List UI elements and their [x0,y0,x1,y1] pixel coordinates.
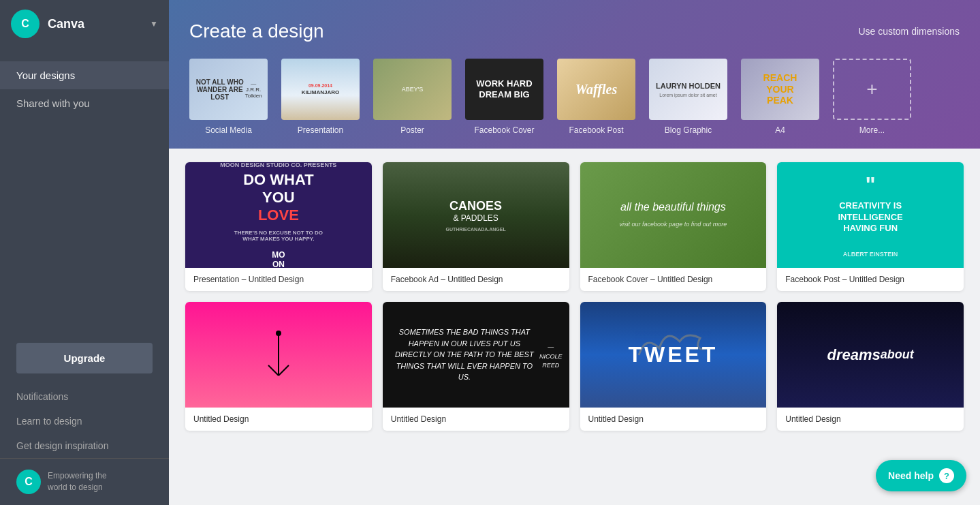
upgrade-button[interactable]: Upgrade [16,343,153,373]
sidebar-brand-name: Canva [48,17,150,31]
design-thumb-facebook-cover: all the beautiful things visit our faceb… [580,162,767,268]
template-presentation-label: Presentation [298,125,343,135]
sidebar-item-shared-with-you[interactable]: Shared with you [0,89,169,117]
designs-grid: MOON DESIGN STUDIO CO. PRESENTS DO WHATY… [185,162,964,431]
template-facebook-cover-thumb: WORK HARDDREAM BIG [465,59,543,120]
template-facebook-post-label: Facebook Post [569,125,623,135]
design-card-label-4: Facebook Post – Untitled Design [777,268,964,291]
design-card-label-6: Untitled Design [383,408,569,431]
design-card-label: Presentation – Untitled Design [185,268,372,291]
sidebar: C Canva ▼ Your designs Shared with you U… [0,0,169,505]
page-title: Create a design [189,20,324,42]
template-facebook-cover-label: Facebook Cover [474,125,534,135]
sidebar-nav: Your designs Shared with you [0,48,169,332]
template-social-media-label: Social Media [205,125,252,135]
design-card-facebook-cover[interactable]: all the beautiful things visit our faceb… [580,162,767,291]
design-thumb-tweet: TWEET [580,302,767,408]
chevron-down-icon[interactable]: ▼ [150,19,158,29]
sidebar-link-notifications[interactable]: Notifications [0,384,169,409]
template-more-label: More... [859,125,885,135]
design-card-dreams[interactable]: dreams about Untitled Design [777,302,964,431]
template-blog-graphic-thumb: LAURYN HOLDEN Lorem ipsum dolor sit amet [649,59,727,120]
design-card-label-3: Facebook Cover – Untitled Design [580,268,767,291]
design-card-facebook-ad[interactable]: CANOES& PADDLES GUTHRIECANADA.ANGEL Face… [383,162,569,291]
design-thumb-presentation: MOON DESIGN STUDIO CO. PRESENTS DO WHATY… [185,162,372,268]
sidebar-footer-text: Empowering the world to design [48,470,107,493]
template-row: NOT ALL WHO WANDER ARE LOST— J.R.R. Tolk… [189,59,960,149]
template-social-media-thumb: NOT ALL WHO WANDER ARE LOST— J.R.R. Tolk… [189,59,268,120]
design-card-label-5: Untitled Design [185,408,372,431]
design-card-label-8: Untitled Design [777,408,964,431]
custom-dimensions-button[interactable]: Use custom dimensions [858,26,960,37]
template-presentation-thumb: 09.09.2014 KILIMANJARO [281,59,360,120]
template-more[interactable]: + More... [833,59,911,135]
design-card-label-2: Facebook Ad – Untitled Design [383,268,569,291]
canva-logo-icon: C [11,10,39,38]
help-button[interactable]: Need help ? [876,460,966,491]
template-facebook-post-thumb: Waffles [557,59,635,120]
sidebar-link-get-design-inspiration[interactable]: Get design inspiration [0,433,169,458]
design-thumb-facebook-post: " CREATIVITY ISINTELLIGENCEHAVING FUN AL… [777,162,964,268]
design-thumb-facebook-ad: CANOES& PADDLES GUTHRIECANADA.ANGEL [383,162,569,268]
svg-line-2 [279,365,289,376]
template-social-media[interactable]: NOT ALL WHO WANDER ARE LOST— J.R.R. Tolk… [189,59,268,135]
design-thumb-pink-poster [185,302,372,408]
template-blog-graphic-label: Blog Graphic [665,125,712,135]
sidebar-item-your-designs[interactable]: Your designs [0,61,169,89]
banner-header: Create a design Use custom dimensions [189,20,960,42]
design-thumb-quote-poster: SOMETIMES THE BAD THINGS THAT HAPPEN IN … [383,302,569,408]
canva-footer-logo-icon: C [16,470,41,494]
help-label: Need help [888,470,934,481]
design-card-facebook-post[interactable]: " CREATIVITY ISINTELLIGENCEHAVING FUN AL… [777,162,964,291]
template-presentation[interactable]: 09.09.2014 KILIMANJARO Presentation [281,59,360,135]
template-facebook-post[interactable]: Waffles Facebook Post [557,59,635,135]
designs-section: MOON DESIGN STUDIO CO. PRESENTS DO WHATY… [169,149,980,505]
sidebar-link-learn-to-design[interactable]: Learn to design [0,409,169,433]
template-blog-graphic[interactable]: LAURYN HOLDEN Lorem ipsum dolor sit amet… [649,59,727,135]
help-icon: ? [939,468,954,483]
template-poster-thumb: ABEY'S [373,59,452,120]
design-card-tweet[interactable]: TWEET Untitled Design [580,302,767,431]
design-card-presentation[interactable]: MOON DESIGN STUDIO CO. PRESENTS DO WHATY… [185,162,372,291]
sidebar-footer: C Empowering the world to design [0,458,169,505]
design-card-label-7: Untitled Design [580,408,767,431]
create-design-banner: Create a design Use custom dimensions NO… [169,0,980,149]
template-more-thumb: + [833,59,911,120]
template-facebook-cover[interactable]: WORK HARDDREAM BIG Facebook Cover [465,59,543,135]
template-a4-label: A4 [775,125,785,135]
design-card-pink-poster[interactable]: Untitled Design [185,302,372,431]
design-card-quote-poster[interactable]: SOMETIMES THE BAD THINGS THAT HAPPEN IN … [383,302,569,431]
template-a4[interactable]: REACHYOURPEAK A4 [741,59,819,135]
template-poster-label: Poster [400,125,424,135]
svg-point-3 [276,331,281,336]
template-poster[interactable]: ABEY'S Poster [373,59,452,135]
main-content: Create a design Use custom dimensions NO… [169,0,980,505]
svg-line-1 [268,365,279,376]
design-thumb-dreams: dreams about [777,302,964,408]
sidebar-header[interactable]: C Canva ▼ [0,0,169,48]
template-a4-thumb: REACHYOURPEAK [741,59,819,120]
